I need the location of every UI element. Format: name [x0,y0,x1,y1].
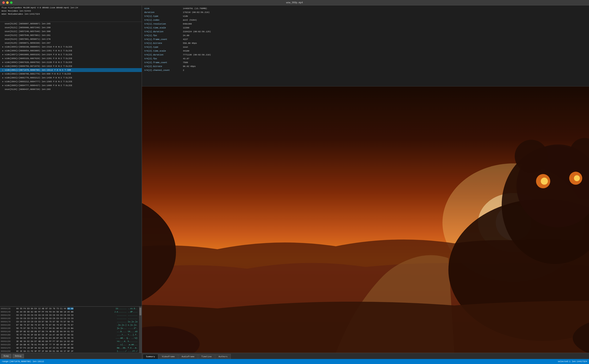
frame-row-text: vide[2861]✓[9871678,9890790) len:19112 F… [5,68,71,72]
frame-row[interactable]: ▶ vide[2859]✓[9867620,9869759) len:2139 … [0,60,142,64]
hex-row[interactable]: 0096A1E0AF DA DB 4C 7B 81 F4 B8 87 77 7F… [1,343,138,346]
hex-row[interactable]: 0096A1B07E F7 FA FE 3F ED B7 C6 3F 1A A7… [1,333,138,337]
hex-row[interactable]: 0096A1404A A4 65 88 82 0D FF FF F0 F0 64… [1,310,138,314]
hex-row[interactable]: 0096A1A0DD EF 8E 62 08 00 97 89 74 4B BC… [1,330,138,333]
hex-ascii: ........ ........ [113,317,138,320]
frame-row-text: soun[5122] [9857240,9857540) len:300 [5,30,51,33]
property-key: trk[2].time_scale [144,50,183,52]
property-key: trk[1].bitrate [144,42,183,44]
frame-row[interactable]: ▶ vide[2857]✓[9863005,9865329) len:2324 … [0,53,142,57]
hex-row[interactable]: 0096A180D7 5D 75 D7 5D 75 D7 5D 75 D7 5D… [1,324,138,327]
hex-bytes: DD EF 8E 62 08 00 97 89 74 4B BC 2E 8A 0… [16,330,112,333]
hex-bytes: 6C 2E 8A C1 FE 9F FF 2F B4 D6 D1 08 46 3… [16,350,112,353]
hex-ascii: 0W...6b. f.#...m. [113,346,138,350]
file-info: ftyp FileTypeBox MAJOR:mp42 V:0 BRAND:is… [0,5,142,22]
frame-row[interactable]: soun[5123] [9857540,9857801) len:261 [0,33,142,37]
property-key: trk[1].type [144,15,183,17]
frame-row-text: soun[5121] [9856980,9857240) len:260 [5,26,51,30]
property-value: 176216 (00:02:56.216) [183,11,210,13]
hex-address: 0096A200 [1,350,15,353]
frame-row-text: soun[5125] [9858071,9858338) len:267 [5,41,51,45]
property-key: trk[1].time_scale [144,27,183,29]
hex-main[interactable]: 0096A13069 55 F4 E9 8A E4 12 AB 97 C6 78… [0,307,139,353]
property-row: trk[1].duration2164224 (00:02:56.125) [142,30,589,33]
property-value: 2164224 (00:02:56.125) [183,31,211,33]
hex-row[interactable]: 0096A170C9 C9 C9 C9 C9 C9 C9 D7 5D 75 D7… [1,320,138,324]
tab-audioframe[interactable]: AudioFrame [179,354,198,359]
frame-row[interactable]: ▶ vide[2864]✓[9893212,9894777) len:1565 … [0,80,142,84]
frame-row[interactable]: soun[5124] [9857801,9858071) len:270 [0,37,142,41]
hex-row[interactable]: 0096A150C9 C9 C9 C9 C9 C9 C9 C9 C9 C9 C9… [1,314,138,317]
property-row: trk[1].codecavcC (h264) [142,18,589,22]
frame-row[interactable]: soun[5126] [9896437,9896720) len:283 [0,87,142,91]
property-key: trk[1].frame_count [144,38,183,40]
property-row: trk[1].resolution640x360 [142,22,589,26]
hex-row[interactable]: 0096A1C0FB 09 85 FF 57 30 10 DD 51 E4 20… [1,337,138,340]
property-row: size14469791 (13.799MB) [142,6,589,10]
hex-address: 0096A180 [1,324,15,327]
hex-bytes: 4A A4 65 88 82 0D FF FF F0 F0 64 50 00 1… [16,310,112,314]
tab-timeline[interactable]: Timeline [198,354,215,359]
frame-row-text: soun[5120] [9856097,9856097) len:265 [5,22,51,26]
hex-bytes: D7 5D 75 D7 5D 75 D7 5D 75 D7 5D 75 D7 5… [16,324,112,327]
hex-row[interactable]: 0096A2006C 2E 8A C1 FE 9F FF 2F B4 D6 D1… [1,350,138,353]
property-value: 640x360 [183,23,192,25]
right-panel: size14469791 (13.799MB)duration176216 (0… [142,5,589,359]
tab-authors[interactable]: Authors [215,354,231,359]
maximize-button[interactable] [10,1,13,4]
hex-row[interactable]: 0096A13069 55 F4 E9 8A E4 12 AB 97 C6 78… [1,307,138,310]
frame-row[interactable]: soun[5125] [9858071,9858338) len:267 [0,41,142,45]
frame-row[interactable]: soun[5121] [9856980,9857240) len:260 [0,26,142,30]
frame-row[interactable]: ▶ vide[2865]✓[9894777,9896437) len:1660 … [0,84,142,87]
file-info-line-1: ftyp FileTypeBox MAJOR:mp42 V:0 BRAND:is… [1,6,140,9]
property-key: trk[1].resolution [144,23,183,25]
hex-bytes: AF DA DB 4C 7B 81 F4 B8 87 77 7F 6D 48 B… [16,343,112,346]
frame-row[interactable]: ▶ vide[2860]✓[9869759,9871678) len:1919 … [0,64,142,68]
debug-button[interactable]: Debug [13,354,24,358]
tab-videoframe[interactable]: VideoFrame [159,354,178,359]
close-button[interactable] [2,1,5,4]
frame-row[interactable]: ▶ vide[2855]✓[9858338,9860654) len:2316 … [0,45,142,49]
hex-scrollbar-thumb[interactable] [139,308,141,315]
frame-row-text: vide[2856]✓[9860654,9863005) len:2351 F:… [5,49,72,53]
frame-list[interactable]: soun[5120] [9856097,9856097) len:265 sou… [0,22,142,306]
frame-row[interactable]: ▶ vide[2861]✓[9871678,9890790) len:19112… [0,68,142,72]
property-value: 14469791 (13.799MB) [183,7,207,10]
minimize-button[interactable] [6,1,9,4]
property-value: 44100 [183,50,189,52]
hex-row[interactable]: 0096A1F030 57 F4 19 DF 36 62 AC 66 A7 23… [1,346,138,350]
properties-table[interactable]: size14469791 (13.799MB)duration176216 (0… [142,5,589,86]
hex-bytes: 5D 75 D7 5D 75 F1 F8 7F C7 84 81 80 02 3… [16,327,112,330]
hex-scrollbar[interactable] [139,307,142,353]
tab-summary[interactable]: Summary [143,354,158,359]
property-key: trk[2].type [144,46,183,48]
frame-row[interactable]: ▶ vide[2856]✓[9860654,9863005) len:2351 … [0,49,142,53]
hex-row[interactable]: 0096A1905D 75 D7 5D 75 F1 F8 7F C7 84 81… [1,327,138,330]
video-preview [142,86,589,353]
frame-row-text: soun[5126] [9896437,9896720) len:283 [5,87,51,91]
property-row: trk[2].typesoun [142,45,589,49]
status-bar: range:[9871678,9890790) len:19112 select… [0,359,589,364]
hex-row[interactable]: 0096A1D03E 6E 3A D2 DA D7 4B A5 68 FF F7… [1,340,138,343]
hex-address: 0096A1D0 [1,340,15,343]
property-row: trk[1].bitrate558.80 Kbps [142,41,589,45]
frame-row[interactable]: ▶ vide[2858]✓[9865329,9867620) len:2291 … [0,57,142,60]
frame-row[interactable]: ▶ vide[2863]✓[9891776,9893212) len:1436 … [0,76,142,80]
frame-row-text: vide[2863]✓[9891776,9893212) len:1436 F:… [5,76,72,80]
property-row: trk[2].time_scale44100 [142,49,589,53]
hex-address: 0096A130 [1,307,15,310]
property-value: 7589 [183,61,188,64]
frame-row[interactable]: soun[5120] [9856097,9856097) len:265 [0,22,142,26]
frame-row[interactable]: ▶ vide[2862]✓[9890790,9891776) len:986 F… [0,72,142,76]
property-row: trk[2].duration7771136 (00:02:56.216) [142,53,589,57]
dump-button[interactable]: Dump [1,354,11,358]
property-key: trk[2].channel_count [144,69,183,72]
hex-bytes: 3E 6E 3A D2 DA D7 4B A5 68 FF F7 9F EA 1… [16,340,112,343]
property-key: trk[1].codec [144,19,183,21]
hex-bytes: FB 09 85 FF 57 30 10 DD 51 E4 20 EF A5 7… [16,337,112,340]
property-value: soun [183,46,188,48]
property-value: 43.07 [183,58,189,60]
frame-row[interactable]: soun[5122] [9857240,9857540) len:300 [0,30,142,33]
hex-address: 0096A1C0 [1,337,15,340]
hex-row[interactable]: 0096A160C9 C9 C9 C9 C9 C9 C9 C9 C9 C9 C9… [1,317,138,320]
